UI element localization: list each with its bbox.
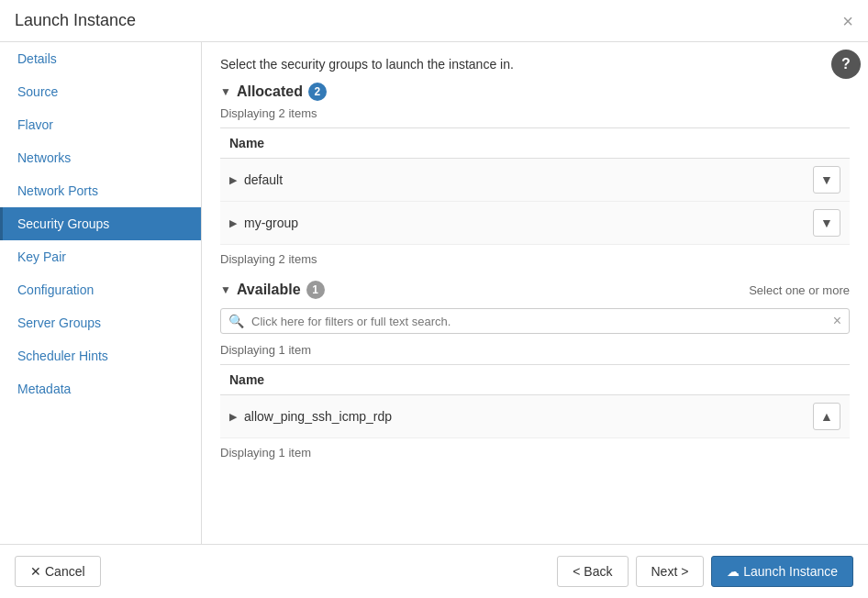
item-label-allow-ping: allow_ping_ssh_icmp_rdp (244, 409, 392, 424)
allocated-table-header: Name (220, 127, 850, 159)
available-table-header: Name (220, 364, 850, 395)
sidebar-item-server-groups[interactable]: Server Groups (0, 306, 201, 339)
table-row: ▶ allow_ping_ssh_icmp_rdp ▲ (220, 395, 850, 438)
allocate-allow-ping-button[interactable]: ▲ (813, 403, 840, 430)
sidebar-item-metadata[interactable]: Metadata (0, 372, 201, 405)
allocated-displaying-bottom: Displaying 2 items (220, 252, 850, 266)
available-name-column: Name (229, 372, 264, 387)
item-label-my-group: my-group (244, 216, 298, 230)
arrow-down-icon: ▼ (820, 216, 833, 230)
allocated-count-badge: 2 (308, 83, 327, 101)
sidebar-item-flavor[interactable]: Flavor (0, 108, 201, 141)
sidebar-item-networks[interactable]: Networks (0, 141, 201, 174)
cloud-icon: ☁ (727, 564, 743, 579)
help-button[interactable]: ? (831, 50, 861, 79)
search-clear-icon[interactable]: × (833, 313, 841, 329)
item-name-default: ▶ default (229, 172, 283, 187)
arrow-up-icon: ▲ (820, 409, 833, 424)
search-box: 🔍 × (220, 308, 850, 334)
question-mark-icon: ? (841, 56, 851, 72)
next-button[interactable]: Next > (636, 556, 705, 587)
available-displaying-top: Displaying 1 item (220, 343, 850, 357)
row-expand-icon[interactable]: ▶ (229, 174, 237, 186)
sidebar: Details Source Flavor Networks Network P… (0, 42, 202, 544)
launch-instance-button[interactable]: ☁ Launch Instance (711, 556, 853, 587)
available-count-badge: 1 (306, 281, 325, 299)
available-chevron-icon[interactable]: ▼ (220, 283, 231, 296)
cancel-button[interactable]: ✕Cancel (15, 556, 101, 587)
item-name-my-group: ▶ my-group (229, 216, 298, 230)
available-label: Available (237, 282, 301, 298)
arrow-down-icon: ▼ (820, 172, 833, 187)
footer-left: ✕Cancel (15, 556, 101, 587)
allocated-chevron-icon[interactable]: ▼ (220, 85, 231, 98)
deallocate-my-group-button[interactable]: ▼ (813, 209, 840, 237)
item-name-allow-ping: ▶ allow_ping_ssh_icmp_rdp (229, 409, 392, 424)
row-expand-icon[interactable]: ▶ (229, 217, 237, 229)
allocated-label: Allocated (237, 83, 303, 100)
launch-instance-modal: Launch Instance × Details Source Flavor … (0, 0, 868, 598)
available-section-header: ▼ Available 1 Select one or more (220, 281, 850, 299)
available-displaying-bottom: Displaying 1 item (220, 446, 850, 460)
sidebar-item-source[interactable]: Source (0, 75, 201, 108)
row-expand-icon[interactable]: ▶ (229, 411, 237, 423)
cancel-x-icon: ✕ (30, 564, 41, 579)
sidebar-item-key-pair[interactable]: Key Pair (0, 240, 201, 273)
description-text: Select the security groups to launch the… (220, 57, 850, 72)
allocated-section-header: ▼ Allocated 2 (220, 83, 850, 101)
deallocate-default-button[interactable]: ▼ (813, 166, 840, 194)
search-input[interactable] (251, 315, 833, 328)
main-content: ? Select the security groups to launch t… (202, 42, 868, 544)
sidebar-item-details[interactable]: Details (0, 42, 201, 75)
sidebar-item-configuration[interactable]: Configuration (0, 273, 201, 306)
item-label-default: default (244, 172, 283, 187)
table-row: ▶ default ▼ (220, 159, 850, 202)
sidebar-item-scheduler-hints[interactable]: Scheduler Hints (0, 339, 201, 372)
footer-right: < Back Next > ☁ Launch Instance (557, 556, 853, 587)
modal-title: Launch Instance (15, 11, 136, 30)
modal-footer: ✕Cancel < Back Next > ☁ Launch Instance (0, 544, 868, 598)
modal-close-button[interactable]: × (842, 12, 853, 30)
sidebar-item-security-groups[interactable]: Security Groups (0, 207, 201, 240)
allocated-name-column: Name (229, 136, 264, 150)
table-row: ▶ my-group ▼ (220, 202, 850, 245)
modal-header: Launch Instance × (0, 0, 868, 42)
back-button[interactable]: < Back (557, 556, 628, 587)
select-hint: Select one or more (749, 283, 850, 297)
search-icon: 🔍 (228, 314, 244, 328)
allocated-displaying-top: Displaying 2 items (220, 106, 850, 120)
modal-body: Details Source Flavor Networks Network P… (0, 42, 868, 544)
sidebar-item-network-ports[interactable]: Network Ports (0, 174, 201, 207)
